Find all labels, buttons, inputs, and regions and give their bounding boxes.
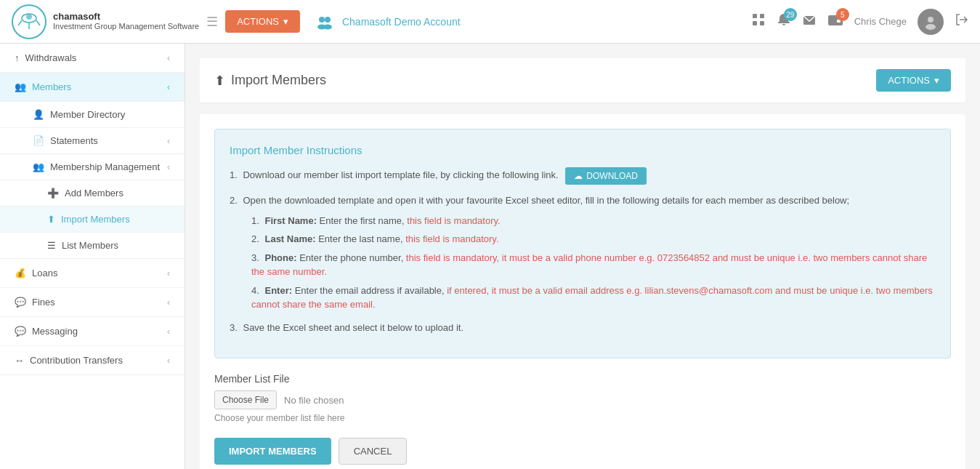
svg-line-4: [36, 20, 40, 25]
logo-area: chamasoft Investment Group Management So…: [11, 4, 199, 40]
sub-step-3-mandatory: this field is mandatory, it must be a va…: [251, 252, 927, 278]
topbar: chamasoft Investment Group Management So…: [0, 0, 980, 44]
messaging-icon: 💬: [15, 326, 26, 337]
logo-icon: [11, 4, 47, 40]
sidebar-item-label-messaging: Messaging: [32, 326, 78, 337]
file-hint: Choose your member list file here: [214, 413, 951, 423]
sidebar-item-members[interactable]: 👥 Members ‹: [0, 73, 185, 102]
step-2: 2. Open the downloaded template and open…: [230, 193, 936, 312]
sidebar-sub-label-membership-management: Membership Management: [50, 161, 160, 172]
step-2-text: Open the downloaded template and open it…: [243, 195, 849, 206]
sidebar-item-statements[interactable]: 📄 Statements ‹: [0, 128, 185, 154]
svg-line-3: [18, 20, 22, 25]
cloud-upload-icon: ☁: [574, 171, 583, 181]
user-name: Chris Chege: [854, 16, 907, 27]
sidebar-item-loans[interactable]: 💰 Loans ‹: [0, 259, 185, 288]
chevron-icon: ‹: [167, 326, 170, 337]
wallet-icon-button[interactable]: 5: [827, 12, 843, 31]
svg-point-17: [928, 17, 934, 23]
group-icon: [315, 12, 335, 32]
topbar-right: 29 5 Chris Chege: [751, 9, 969, 35]
statements-icon: 📄: [33, 135, 44, 146]
page-actions-button[interactable]: ACTIONS ▾: [876, 69, 951, 92]
sub-step-2: 2. Last Name: Enter the last name, this …: [251, 232, 936, 246]
chevron-icon: ‹: [167, 136, 170, 146]
chevron-icon: ‹: [167, 297, 170, 308]
sidebar-item-label-contribution-transfers: Contribution Transfers: [30, 355, 123, 366]
svg-point-6: [319, 17, 325, 23]
logout-icon-button[interactable]: [955, 12, 969, 31]
hamburger-menu-icon[interactable]: ☰: [206, 14, 218, 30]
withdrawals-icon: ↑: [15, 52, 20, 63]
sidebar-item-messaging[interactable]: 💬 Messaging ‹: [0, 317, 185, 346]
sidebar-sub2-label-list-members: List Members: [62, 240, 118, 251]
chevron-icon: ‹: [167, 356, 170, 366]
layout: ↑ Withdrawals ‹ 👥 Members ‹ 👤 Member Dir…: [0, 44, 980, 469]
cancel-button[interactable]: CANCEL: [339, 438, 408, 465]
sidebar-item-contribution-transfers[interactable]: ↔ Contribution Transfers ‹: [0, 346, 185, 375]
import-members-icon: ⬆: [47, 214, 55, 225]
chevron-down-icon: ▾: [283, 16, 288, 27]
group-icon-area: Chamasoft Demo Account: [315, 12, 461, 32]
step-3: 3. Save the Excel sheet and select it be…: [230, 321, 936, 335]
step-1-text: Download our member list import template…: [243, 169, 558, 180]
import-members-button[interactable]: IMPORT MEMBERS: [214, 438, 331, 465]
user-avatar[interactable]: [918, 9, 944, 35]
chevron-down-icon: ▾: [934, 75, 939, 86]
topbar-actions-button[interactable]: ACTIONS ▾: [225, 10, 300, 33]
wallet-badge: 5: [836, 8, 849, 21]
mail-icon-button[interactable]: [802, 12, 817, 31]
fines-icon: 💬: [15, 297, 26, 308]
instructions-list: 1. Download our member list import templ…: [230, 167, 936, 334]
add-members-icon: ➕: [47, 188, 59, 199]
no-file-text: No file chosen: [284, 395, 344, 406]
sub-step-1: 1. First Name: Enter the first name, thi…: [251, 214, 936, 228]
sidebar-sub-label-statements: Statements: [50, 135, 98, 146]
svg-point-2: [26, 14, 32, 20]
sidebar-item-add-members[interactable]: ➕ Add Members: [0, 180, 185, 207]
form-actions: IMPORT MEMBERS CANCEL: [214, 438, 951, 465]
sub-step-1-mandatory: this field is mandatory.: [407, 215, 500, 226]
sub-step-4: 4. Enter: Enter the email address if ava…: [251, 284, 936, 312]
sidebar-sub-label-member-directory: Member Directory: [50, 109, 125, 120]
download-button[interactable]: ☁ DOWNLOAD: [565, 167, 647, 185]
sidebar-sub2-label-import-members: Import Members: [61, 214, 130, 225]
sidebar-item-import-members[interactable]: ⬆ Import Members: [0, 207, 185, 233]
member-directory-icon: 👤: [33, 109, 44, 120]
sidebar-item-label-members: Members: [32, 81, 71, 92]
sidebar-item-label-fines: Fines: [32, 297, 55, 308]
page-header: ⬆ Import Members ACTIONS ▾: [200, 58, 965, 103]
file-section: Member List File Choose File No file cho…: [214, 373, 951, 423]
instructions-title: Import Member Instructions: [230, 144, 936, 156]
sidebar-item-label-loans: Loans: [32, 268, 57, 278]
step-1: 1. Download our member list import templ…: [230, 167, 936, 185]
svg-point-7: [325, 17, 331, 23]
svg-rect-11: [760, 14, 764, 18]
membership-management-icon: 👥: [33, 161, 44, 172]
account-name: Chamasoft Demo Account: [342, 16, 461, 28]
file-input-row: Choose File No file chosen: [214, 390, 951, 409]
sidebar-item-list-members[interactable]: ☰ List Members: [0, 233, 185, 259]
choose-file-button[interactable]: Choose File: [214, 390, 277, 409]
sub-step-4-email: if entered, it must be a valid email add…: [251, 285, 933, 310]
grid-icon-button[interactable]: [751, 12, 766, 31]
sidebar-item-withdrawals[interactable]: ↑ Withdrawals ‹: [0, 44, 185, 73]
svg-point-0: [12, 5, 46, 39]
loans-icon: 💰: [15, 268, 26, 278]
svg-point-18: [926, 24, 936, 30]
sidebar-sub2-label-add-members: Add Members: [65, 188, 123, 199]
notifications-icon-button[interactable]: 29: [777, 12, 791, 31]
instructions-box: Import Member Instructions 1. Download o…: [214, 129, 951, 358]
logo-text: chamasoft Investment Group Management So…: [53, 11, 199, 31]
sidebar-item-fines[interactable]: 💬 Fines ‹: [0, 288, 185, 317]
sidebar-item-member-directory[interactable]: 👤 Member Directory: [0, 102, 185, 128]
chevron-icon: ‹: [167, 82, 170, 92]
members-icon: 👥: [15, 81, 26, 92]
step-3-text: Save the Excel sheet and select it below…: [243, 322, 463, 333]
sidebar-item-membership-management[interactable]: 👥 Membership Management ‹: [0, 154, 185, 180]
contribution-transfers-icon: ↔: [15, 355, 24, 366]
chevron-icon: ‹: [167, 53, 170, 63]
svg-point-9: [323, 24, 332, 29]
file-label: Member List File: [214, 373, 951, 385]
svg-rect-12: [753, 21, 757, 25]
